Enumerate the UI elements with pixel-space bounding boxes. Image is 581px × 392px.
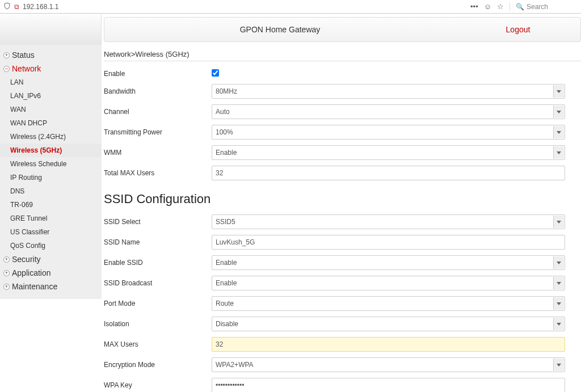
brand-banner [0, 14, 102, 45]
max-users-label: MAX Users [104, 340, 212, 348]
more-icon[interactable]: ••• [470, 2, 478, 11]
broadcast-label: SSID Broadcast [104, 279, 212, 287]
nav-item-wireless-schedule[interactable]: Wireless Schedule [0, 157, 102, 171]
nav-application[interactable]: + Application [0, 266, 102, 280]
nav-maintenance-label: Maintenance [12, 282, 57, 291]
port-mode-label: Port Mode [104, 300, 212, 307]
ssid-select[interactable]: SSID5 [212, 214, 565, 229]
isolation-select[interactable]: Disable [212, 317, 565, 331]
logout-link[interactable]: Logout [456, 25, 580, 34]
wpa-key-input[interactable] [212, 378, 565, 392]
max-users-input[interactable] [212, 337, 565, 352]
browser-address-bar: ⧉ 192.168.1.1 ••• ☺ ☆ 🔍 Search [0, 0, 581, 14]
nav-item-us-classifier[interactable]: US Classifier [0, 225, 102, 239]
ssid-name-input[interactable] [212, 235, 565, 250]
browser-search[interactable]: 🔍 Search [510, 3, 578, 11]
nav-item-wireless-2-4ghz-[interactable]: Wireless (2.4GHz) [0, 130, 102, 144]
enable-checkbox[interactable] [212, 69, 219, 77]
nav-item-dns[interactable]: DNS [0, 184, 102, 198]
channel-label: Channel [104, 108, 212, 116]
wmm-select[interactable]: Enable [212, 145, 565, 160]
ssid-section-title: SSID Configuration [104, 192, 565, 206]
nav-item-lan[interactable]: LAN [0, 75, 102, 89]
total-max-label: Total MAX Users [104, 169, 212, 177]
nav-status-label: Status [12, 50, 35, 60]
nav-item-ip-routing[interactable]: IP Routing [0, 171, 102, 184]
enable-ssid-label: Enable SSID [104, 259, 212, 267]
search-icon: 🔍 [516, 3, 524, 11]
nav-item-wan-dhcp[interactable]: WAN DHCP [0, 116, 102, 130]
search-placeholder: Search [527, 3, 548, 11]
encryption-select[interactable]: WPA2+WPA [212, 357, 565, 372]
wmm-label: WMM [104, 149, 212, 157]
channel-select[interactable]: Auto [212, 104, 565, 119]
expand-icon: + [3, 256, 10, 263]
nav-item-wireless-5ghz-[interactable]: Wireless (5GHz) [0, 144, 102, 157]
nav-item-tr-069[interactable]: TR-069 [0, 198, 102, 212]
reader-icon[interactable]: ☺ [484, 2, 491, 11]
nav-item-lan-ipv6[interactable]: LAN_IPv6 [0, 89, 102, 103]
nav-security-label: Security [12, 255, 41, 264]
nav-item-wan[interactable]: WAN [0, 103, 102, 116]
collapse-icon: – [3, 66, 10, 72]
expand-icon: + [3, 284, 10, 290]
nav-item-gre-tunnel[interactable]: GRE Tunnel [0, 212, 102, 225]
enable-ssid-select[interactable]: Enable [212, 255, 565, 270]
enable-label: Enable [104, 70, 212, 78]
nav-network[interactable]: – Network [0, 62, 102, 75]
tx-power-label: Transmitting Power [104, 128, 212, 136]
wpa-key-label: WPA Key [104, 381, 212, 389]
nav-maintenance[interactable]: + Maintenance [0, 280, 102, 293]
nav-status[interactable]: + Status [0, 48, 102, 62]
encryption-label: Encryption Mode [104, 361, 212, 369]
bandwidth-select[interactable]: 80MHz [212, 84, 565, 99]
ssid-select-label: SSID Select [104, 218, 212, 226]
expand-icon: + [3, 52, 10, 58]
expand-icon: + [3, 270, 10, 276]
insecure-icon: ⧉ [14, 3, 19, 11]
url-text: 192.168.1.1 [23, 3, 58, 11]
nav-network-label: Network [12, 64, 41, 73]
nav-application-label: Application [12, 268, 51, 277]
bandwidth-label: Bandwidth [104, 87, 212, 95]
sidebar: + Status – Network LANLAN_IPv6WANWAN DHC… [0, 45, 102, 299]
page-header: GPON Home Gateway Logout [104, 17, 581, 42]
star-icon[interactable]: ☆ [497, 2, 504, 11]
port-mode-select[interactable]: Route [212, 296, 565, 311]
shield-icon [3, 2, 11, 11]
broadcast-select[interactable]: Enable [212, 276, 565, 290]
total-max-input[interactable] [212, 166, 565, 180]
ssid-name-label: SSID Name [104, 238, 212, 246]
nav-security[interactable]: + Security [0, 252, 102, 266]
tx-power-select[interactable]: 100% [212, 125, 565, 140]
breadcrumb: Network>Wireless (5GHz) [104, 49, 581, 61]
nav-item-qos-config[interactable]: QoS Config [0, 239, 102, 252]
page-title: GPON Home Gateway [104, 25, 456, 34]
isolation-label: Isolation [104, 320, 212, 328]
